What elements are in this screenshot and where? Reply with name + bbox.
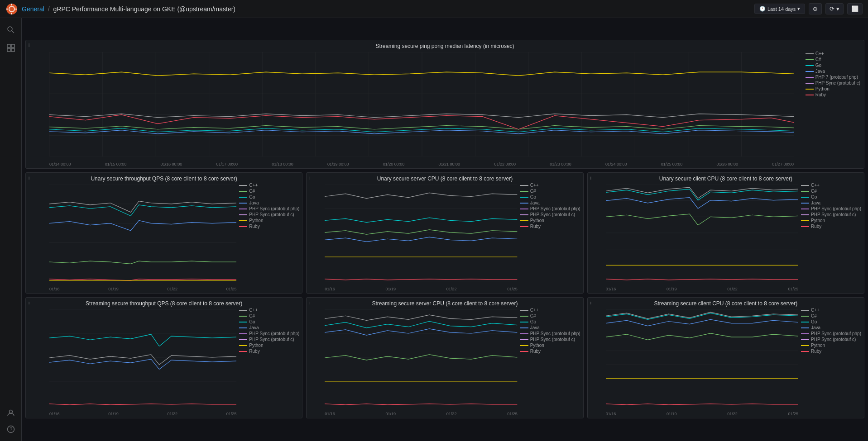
svg-text:250 µs: 250 µs	[35, 71, 48, 76]
svg-text:200 K: 200 K	[38, 202, 48, 207]
info-icon: i	[590, 175, 591, 180]
svg-text:6: 6	[321, 332, 323, 336]
panel-unary-server-cpu: i Unary secure server CPU (8 core client…	[306, 172, 583, 294]
refresh-button[interactable]: ⟳ ▾	[825, 3, 844, 14]
panel-streaming-client-cpu-title: Streaming secure client CPU (8 core clie…	[588, 298, 864, 308]
svg-text:2: 2	[602, 263, 604, 268]
sidebar-item-dashboards[interactable]	[3, 40, 19, 56]
svg-text:200 µs: 200 µs	[35, 92, 48, 96]
legend-cpp: C++	[806, 51, 860, 56]
panel-streaming-qps: i Streaming secure throughput QPS (8 cor…	[25, 297, 302, 418]
panel-unary-qps-title: Unary secure throughput QPS (8 core clie…	[26, 173, 302, 183]
streaming-qps-legend: C++ C# Go Java PHP Sync (protobuf php) P…	[239, 308, 299, 354]
svg-text:0: 0	[321, 280, 323, 281]
panel-unary-client-cpu: i Unary secure client CPU (8 core client…	[587, 172, 864, 294]
svg-text:8: 8	[321, 308, 323, 312]
svg-text:200 K: 200 K	[38, 380, 48, 385]
svg-text:2: 2	[321, 255, 323, 260]
unary-server-cpu-legend: C++ C# Go Java PHP Sync (protobuf php) P…	[520, 183, 580, 229]
panel-streaming-server-cpu: i Streaming secure server CPU (8 core cl…	[306, 297, 583, 418]
svg-text:8: 8	[321, 183, 323, 187]
sidebar-item-help[interactable]: ?	[3, 421, 19, 437]
streaming-client-cpu-legend: C++ C# Go Java PHP Sync (protobuf php) P…	[801, 308, 861, 354]
legend-phpsync: PHP Sync (protobuf c)	[806, 81, 860, 85]
sidebar: ?	[0, 18, 22, 441]
ping-pong-x-labels: 01/14 00:0001/15 00:0001/16 00:0001/17 0…	[49, 162, 794, 166]
svg-point-12	[9, 410, 12, 413]
svg-text:250 K: 250 K	[38, 183, 48, 187]
unary-qps-legend: C++ C# Go Java PHP Sync (protobuf php) P…	[239, 183, 299, 229]
ping-pong-chart: 300 µs 250 µs 200 µs 150 µs 100 µs 50 µs	[26, 50, 864, 156]
svg-text:6: 6	[602, 321, 604, 326]
svg-text:4: 4	[602, 349, 604, 353]
info-icon: i	[29, 43, 29, 48]
legend-csharp: C#	[806, 57, 860, 62]
panel-streaming-server-cpu-title: Streaming secure server CPU (8 core clie…	[307, 298, 583, 308]
info-icon: i	[29, 175, 29, 180]
breadcrumb-home[interactable]: General	[22, 5, 44, 13]
panel-unary-client-cpu-title: Unary secure client CPU (8 core client t…	[588, 173, 864, 183]
breadcrumb-sep: /	[48, 5, 50, 13]
sidebar-item-search[interactable]	[3, 22, 19, 38]
svg-rect-10	[7, 48, 10, 52]
svg-rect-11	[11, 48, 14, 52]
svg-text:3: 3	[602, 363, 604, 367]
svg-text:6: 6	[321, 207, 323, 211]
panel-streaming-client-cpu: i Streaming secure client CPU (8 core cl…	[587, 297, 864, 418]
svg-text:800 K: 800 K	[38, 308, 48, 312]
streaming-server-cpu-legend: C++ C# Go Java PHP Sync (protobuf php) P…	[520, 308, 580, 354]
svg-text:4: 4	[602, 231, 604, 236]
legend-java: Java	[806, 69, 860, 74]
panel-ping-pong-title: Streaming secure ping pong median latenc…	[26, 40, 864, 50]
svg-rect-9	[11, 44, 14, 47]
time-range-label: Last 14 days	[767, 6, 796, 12]
svg-text:150 µs: 150 µs	[35, 113, 48, 118]
zoom-out-button[interactable]: ⊖	[809, 3, 822, 14]
info-icon: i	[309, 175, 310, 180]
svg-text:4: 4	[321, 356, 323, 360]
svg-text:150 K: 150 K	[38, 221, 48, 226]
svg-text:600 K: 600 K	[38, 332, 48, 337]
chart-row-1: i Unary secure throughput QPS (8 core cl…	[25, 172, 864, 294]
legend-ruby: Ruby	[806, 92, 860, 97]
svg-text:3: 3	[602, 247, 604, 251]
legend-php7: PHP 7 (protobuf php)	[806, 75, 860, 80]
chevron-down-icon: ▾	[797, 6, 800, 12]
svg-text:5: 5	[602, 215, 604, 219]
clock-icon: 🕐	[759, 6, 766, 12]
panel-unary-server-cpu-title: Unary secure server CPU (8 core client t…	[307, 173, 583, 183]
legend-go: Go	[806, 63, 860, 68]
time-range-button[interactable]: 🕐 Last 14 days ▾	[754, 4, 805, 14]
unary-client-cpu-x-labels: 01/1601/1901/2201/25	[606, 287, 798, 291]
svg-text:300 µs: 300 µs	[35, 50, 48, 55]
app-logo	[5, 3, 18, 15]
svg-text:2: 2	[321, 380, 323, 384]
svg-line-7	[12, 31, 14, 33]
unary-qps-x-labels: 01/1601/1901/2201/25	[49, 287, 236, 291]
ping-pong-legend: C++ C# Go Java PHP 7 (protobuf php) PHP …	[806, 51, 860, 97]
svg-text:7: 7	[602, 183, 604, 187]
svg-text:0: 0	[46, 280, 48, 281]
streaming-client-cpu-x-labels: 01/1601/1901/2201/25	[606, 412, 798, 416]
svg-text:100 µs: 100 µs	[35, 134, 48, 138]
svg-point-6	[8, 27, 12, 31]
svg-text:5: 5	[602, 335, 604, 340]
svg-text:50 K: 50 K	[40, 260, 48, 265]
chart-row-2: i Streaming secure throughput QPS (8 cor…	[25, 297, 864, 418]
sidebar-item-user[interactable]	[3, 405, 19, 421]
svg-text:6: 6	[602, 199, 604, 203]
panel-ping-pong: i Streaming secure ping pong median late…	[25, 40, 864, 169]
tv-mode-button[interactable]: ⬜	[847, 3, 863, 14]
info-icon: i	[590, 300, 591, 305]
topbar-controls: 🕐 Last 14 days ▾ ⊖ ⟳ ▾ ⬜	[754, 3, 863, 14]
svg-rect-8	[7, 44, 10, 47]
topbar: General / gRPC Performance Multi-languag…	[0, 0, 868, 18]
svg-text:7: 7	[602, 308, 604, 312]
streaming-qps-x-labels: 01/1601/1901/2201/25	[49, 412, 236, 416]
unary-client-cpu-legend: C++ C# Go Java PHP Sync (protobuf php) P…	[801, 183, 861, 229]
info-icon: i	[29, 300, 29, 305]
page-breadcrumb: General / gRPC Performance Multi-languag…	[22, 5, 235, 13]
panel-streaming-qps-title: Streaming secure throughput QPS (8 core …	[26, 298, 302, 308]
svg-text:100 K: 100 K	[38, 241, 48, 246]
info-icon: i	[309, 300, 310, 305]
